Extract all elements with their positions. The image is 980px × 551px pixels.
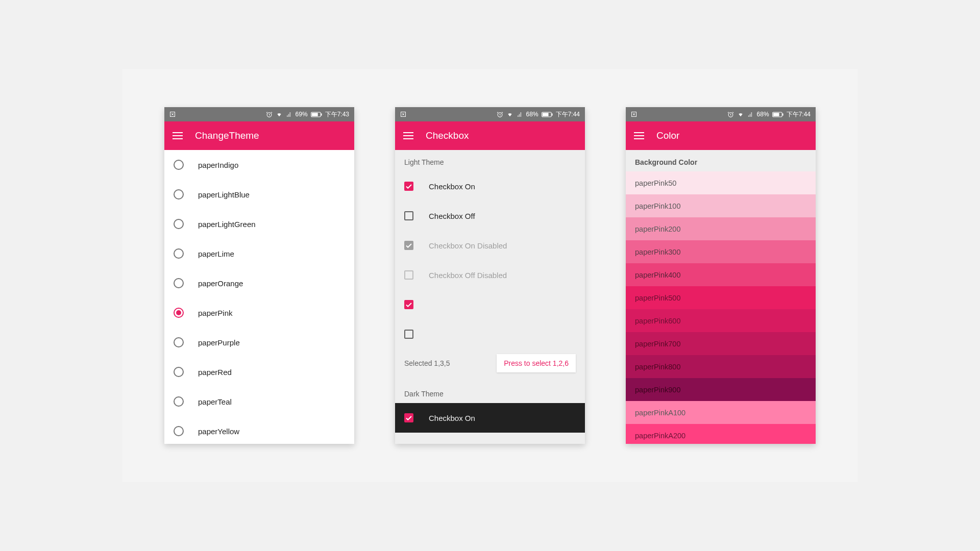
theme-radio-item[interactable]: paperLightGreen [164, 209, 354, 239]
checkbox-label: Checkbox On [429, 182, 475, 191]
color-swatch[interactable]: paperPink50 [626, 171, 816, 194]
swatch-label: paperPink300 [635, 248, 681, 256]
svg-rect-8 [552, 113, 553, 115]
checkbox-icon[interactable] [404, 330, 413, 339]
radio-icon[interactable] [174, 248, 184, 259]
radio-icon[interactable] [174, 160, 184, 170]
battery-percent: 68% [526, 111, 538, 118]
radio-icon[interactable] [174, 337, 184, 347]
theme-radio-list: paperIndigopaperLightBluepaperLightGreen… [164, 150, 354, 444]
signal-icon [517, 112, 523, 117]
color-swatch[interactable]: paperPink700 [626, 332, 816, 355]
app-title: ChangeTheme [195, 130, 259, 141]
radio-icon[interactable] [174, 219, 184, 229]
radio-icon[interactable] [174, 189, 184, 199]
checkbox-row-dark[interactable]: Checkbox On [395, 403, 585, 433]
radio-icon[interactable] [174, 396, 184, 407]
swatch-label: paperPink600 [635, 317, 681, 325]
color-swatch[interactable]: paperPink500 [626, 286, 816, 309]
color-swatch[interactable]: paperPink600 [626, 309, 816, 332]
svg-rect-14 [773, 113, 779, 116]
theme-radio-item[interactable]: paperOrange [164, 268, 354, 298]
app-bar: Checkbox [395, 121, 585, 150]
status-bar: 68% 下午7:44 [395, 107, 585, 121]
wifi-icon [276, 112, 283, 117]
menu-icon[interactable] [403, 132, 413, 139]
phone-color: 68% 下午7:44 Color Background Color paperP… [626, 107, 816, 444]
color-swatch[interactable]: paperPink800 [626, 355, 816, 378]
alarm-icon [266, 111, 273, 118]
wifi-icon [506, 112, 513, 117]
radio-icon[interactable] [174, 426, 184, 436]
theme-radio-item[interactable]: paperIndigo [164, 150, 354, 180]
color-swatch[interactable]: paperPink100 [626, 194, 816, 217]
alarm-icon [497, 111, 503, 118]
radio-label: paperTeal [198, 397, 232, 406]
color-swatch[interactable]: paperPink400 [626, 263, 816, 286]
checkbox-row: Checkbox Off Disabled [395, 260, 585, 290]
app-bar: Color [626, 121, 816, 150]
status-bar: 69% 下午7:43 [164, 107, 354, 121]
swatch-label: paperPink50 [635, 179, 676, 187]
checkbox-row[interactable] [395, 319, 585, 349]
checkbox-icon [404, 270, 413, 280]
check-icon [406, 243, 412, 248]
checkbox-content: Light Theme Checkbox OnCheckbox OffCheck… [395, 150, 585, 444]
swatch-label: paperPink100 [635, 202, 681, 210]
checkbox-row[interactable]: Checkbox Off [395, 201, 585, 231]
color-swatch[interactable]: paperPink900 [626, 378, 816, 401]
theme-radio-item[interactable]: paperPurple [164, 328, 354, 357]
section-dark-header: Dark Theme [395, 382, 585, 403]
phone-checkbox: 68% 下午7:44 Checkbox Light Theme Checkbox… [395, 107, 585, 444]
app-bar: ChangeTheme [164, 121, 354, 150]
checkbox-icon[interactable] [404, 300, 413, 309]
checkbox-label: Checkbox Off [429, 212, 475, 220]
alarm-icon [727, 111, 734, 118]
battery-icon [311, 112, 322, 117]
expand-icon [631, 111, 637, 117]
radio-label: paperOrange [198, 279, 243, 288]
theme-radio-item[interactable]: paperPink [164, 298, 354, 328]
battery-percent: 68% [757, 111, 769, 118]
press-select-button[interactable]: Press to select 1,2,6 [497, 354, 576, 372]
status-bar: 68% 下午7:44 [626, 107, 816, 121]
check-icon [406, 416, 412, 420]
app-title: Checkbox [426, 130, 469, 141]
radio-icon[interactable] [174, 278, 184, 288]
clock-text: 下午7:44 [556, 110, 580, 119]
radio-label: paperYellow [198, 427, 239, 436]
checkbox-icon[interactable] [404, 413, 413, 422]
radio-icon[interactable] [174, 367, 184, 377]
menu-icon[interactable] [173, 132, 183, 139]
radio-icon[interactable] [174, 308, 184, 318]
check-icon [406, 303, 412, 307]
checkbox-label: Checkbox Off Disabled [429, 271, 507, 280]
battery-percent: 69% [296, 111, 308, 118]
swatch-label: paperPink400 [635, 271, 681, 279]
section-light-header: Light Theme [395, 150, 585, 171]
radio-label: paperLime [198, 249, 234, 258]
checkbox-icon[interactable] [404, 182, 413, 191]
swatch-label: paperPinkA100 [635, 409, 685, 417]
clock-text: 下午7:44 [787, 110, 811, 119]
menu-icon[interactable] [634, 132, 644, 139]
checkbox-row: Checkbox On Disabled [395, 231, 585, 260]
theme-radio-item[interactable]: paperYellow [164, 416, 354, 444]
checkbox-icon[interactable] [404, 211, 413, 220]
color-swatch[interactable]: paperPinkA200 [626, 424, 816, 444]
color-swatch[interactable]: paperPinkA100 [626, 401, 816, 424]
theme-radio-item[interactable]: paperLime [164, 239, 354, 268]
swatch-label: paperPinkA200 [635, 432, 685, 440]
theme-radio-item[interactable]: paperTeal [164, 387, 354, 416]
color-swatch[interactable]: paperPink200 [626, 217, 816, 240]
wifi-icon [737, 112, 744, 117]
theme-radio-item[interactable]: paperRed [164, 357, 354, 387]
checkbox-row[interactable]: Checkbox On [395, 171, 585, 201]
theme-radio-item[interactable]: paperLightBlue [164, 180, 354, 209]
checkbox-row[interactable] [395, 290, 585, 319]
color-swatch[interactable]: paperPink300 [626, 240, 816, 263]
radio-label: paperLightBlue [198, 190, 250, 199]
signal-icon [747, 112, 754, 117]
swatch-label: paperPink700 [635, 340, 681, 348]
app-title: Color [656, 130, 679, 141]
